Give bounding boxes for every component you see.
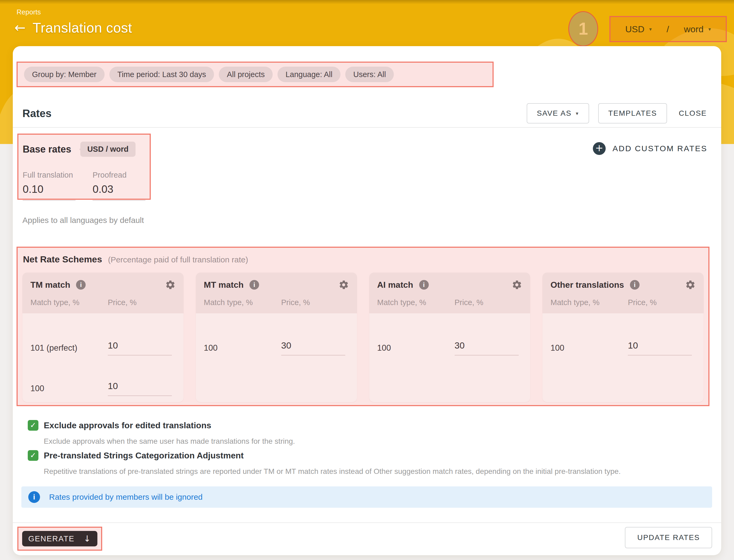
update-rates-button[interactable]: UPDATE RATES xyxy=(625,527,712,548)
add-custom-rates-label: ADD CUSTOM RATES xyxy=(613,144,707,153)
proofread-input[interactable]: 0.03 xyxy=(93,183,145,201)
currency-select[interactable]: USD ▾ xyxy=(625,24,652,34)
generate-label: GENERATE xyxy=(28,534,74,543)
breadcrumb[interactable]: Reports xyxy=(17,8,41,16)
option-label: Pre-translated Strings Categorization Ad… xyxy=(44,451,243,461)
base-rates-title: Base rates xyxy=(23,144,71,155)
column-price: Price, % xyxy=(455,298,484,307)
rate-row: 100 30 xyxy=(377,326,523,355)
rate-row: 100 10 xyxy=(551,326,696,355)
match-type-value: 100 xyxy=(204,343,281,355)
price-input[interactable]: 10 xyxy=(628,340,692,355)
price-input[interactable]: 30 xyxy=(281,340,345,355)
checkbox-checked[interactable]: ✓ xyxy=(28,450,38,461)
match-type-value: 100 xyxy=(551,343,628,355)
filters-highlight-box: Group by: Member Time period: Last 30 da… xyxy=(17,62,494,87)
column-match-type: Match type, % xyxy=(30,298,108,307)
unit-select[interactable]: word ▾ xyxy=(684,24,711,34)
net-rate-schemes-title: Net Rate Schemes xyxy=(23,254,102,265)
column-price: Price, % xyxy=(628,298,657,307)
base-rates-note: Applies to all languages by default xyxy=(22,216,144,225)
divider xyxy=(13,522,721,523)
download-arrow-icon: ↓ xyxy=(83,534,91,544)
option-description: Repetitive translations of pre-translate… xyxy=(44,467,703,476)
info-icon[interactable]: i xyxy=(76,280,86,290)
match-type-value: 100 xyxy=(30,384,108,396)
close-button[interactable]: CLOSE xyxy=(676,104,709,123)
filter-chip-projects[interactable]: All projects xyxy=(219,67,273,82)
currency-unit-highlight-box: USD ▾ / word ▾ xyxy=(609,16,727,42)
info-icon[interactable]: i xyxy=(419,280,429,290)
annotation-circle-1: 1 xyxy=(568,11,598,46)
add-custom-rates-button[interactable]: + ADD CUSTOM RATES xyxy=(593,142,707,155)
info-icon[interactable]: i xyxy=(249,280,259,290)
card-title: MT match xyxy=(204,280,243,290)
column-price: Price, % xyxy=(281,298,310,307)
info-banner-text: Rates provided by members will be ignore… xyxy=(49,493,202,502)
gear-icon[interactable] xyxy=(338,279,349,290)
info-icon: i xyxy=(28,491,40,503)
checkbox-checked[interactable]: ✓ xyxy=(28,420,38,431)
currency-unit-separator: / xyxy=(667,24,669,34)
divider xyxy=(13,127,721,128)
base-rates-highlight-box: Base rates USD / word Full translation 0… xyxy=(17,134,151,200)
net-rate-schemes-highlight-box: Net Rate Schemes (Percentage paid of ful… xyxy=(17,247,709,406)
option-description: Exclude approvals when the same user has… xyxy=(44,437,703,446)
column-match-type: Match type, % xyxy=(551,298,628,307)
proofread-label: Proofread xyxy=(93,171,145,179)
price-input[interactable]: 10 xyxy=(108,340,172,355)
option-label: Exclude approvals for edited translation… xyxy=(44,421,211,430)
rate-row: 100 10 xyxy=(30,366,175,396)
chevron-down-icon: ▾ xyxy=(649,26,652,32)
plus-icon: + xyxy=(593,142,606,155)
price-input[interactable]: 30 xyxy=(455,340,519,355)
card-title: Other translations xyxy=(551,280,624,290)
translation-cost-page: Reports ← Translation cost USD ▾ / word … xyxy=(0,0,734,560)
card-title: TM match xyxy=(30,280,70,290)
filter-chip-language[interactable]: Language: All xyxy=(277,67,340,82)
save-as-label: SAVE AS xyxy=(537,109,572,118)
filter-chip-group-by[interactable]: Group by: Member xyxy=(24,67,105,82)
match-type-value: 100 xyxy=(377,343,455,355)
chevron-down-icon: ▾ xyxy=(576,110,579,116)
filter-chip-time-period[interactable]: Time period: Last 30 days xyxy=(109,67,214,82)
full-translation-input[interactable]: 0.10 xyxy=(23,183,75,201)
page-title: Translation cost xyxy=(33,20,132,36)
net-rate-card-other-translations: Other translations i Match type, % Price… xyxy=(543,273,704,402)
net-rate-card-mt-match: MT match i Match type, % Price, % 100 30 xyxy=(196,273,357,402)
column-match-type: Match type, % xyxy=(377,298,455,307)
gear-icon[interactable] xyxy=(685,279,696,290)
column-match-type: Match type, % xyxy=(204,298,281,307)
info-banner: i Rates provided by members will be igno… xyxy=(21,486,712,508)
currency-unit-badge: USD / word xyxy=(80,142,135,157)
column-price: Price, % xyxy=(108,298,137,307)
net-rate-card-tm-match: TM match i Match type, % Price, % 101 (p… xyxy=(22,273,183,402)
option-exclude-approvals: ✓ Exclude approvals for edited translati… xyxy=(28,420,703,446)
rate-row: 101 (perfect) 10 xyxy=(30,326,175,355)
match-type-value: 101 (perfect) xyxy=(30,343,108,355)
full-translation-label: Full translation xyxy=(23,171,75,179)
templates-button[interactable]: TEMPLATES xyxy=(598,103,667,123)
net-rate-card-ai-match: AI match i Match type, % Price, % 100 30 xyxy=(369,273,531,402)
gear-icon[interactable] xyxy=(512,279,522,290)
save-as-button[interactable]: SAVE AS ▾ xyxy=(527,103,589,123)
gear-icon[interactable] xyxy=(165,279,175,290)
unit-value: word xyxy=(684,24,704,34)
price-input[interactable]: 10 xyxy=(108,381,172,396)
currency-value: USD xyxy=(625,24,644,34)
rate-row: 100 30 xyxy=(204,326,349,355)
back-arrow-icon[interactable]: ← xyxy=(14,21,26,34)
rates-section-title: Rates xyxy=(22,107,51,119)
generate-button[interactable]: GENERATE ↓ xyxy=(22,531,97,546)
info-icon[interactable]: i xyxy=(630,280,640,290)
chevron-down-icon: ▾ xyxy=(708,26,711,32)
filter-chip-users[interactable]: Users: All xyxy=(345,67,394,82)
generate-highlight-box: GENERATE ↓ xyxy=(17,527,102,551)
net-rate-schemes-subtitle: (Percentage paid of full translation rat… xyxy=(108,255,248,264)
card-title: AI match xyxy=(377,280,413,290)
option-pretranslated-adjustment: ✓ Pre-translated Strings Categorization … xyxy=(28,450,703,476)
